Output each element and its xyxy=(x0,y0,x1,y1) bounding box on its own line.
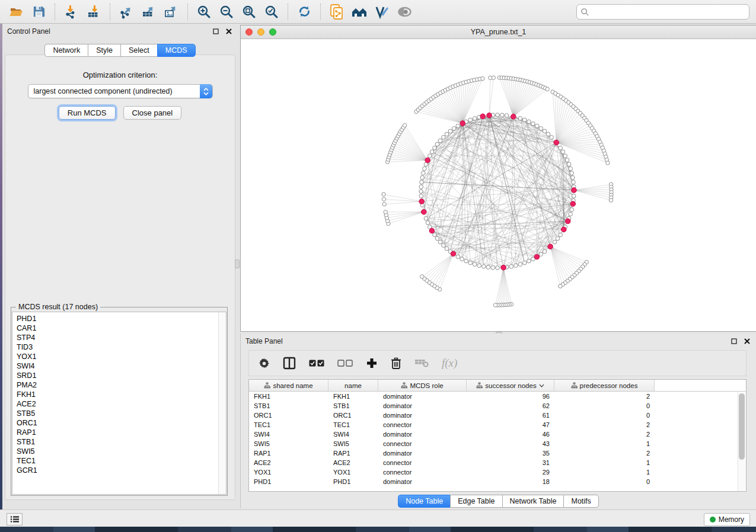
column-header-shared-name[interactable]: shared name xyxy=(249,380,328,391)
network-node[interactable] xyxy=(505,114,509,118)
show-columns-button[interactable] xyxy=(283,357,296,370)
run-mcds-button[interactable]: Run MCDS xyxy=(59,106,116,120)
mcds-node-item[interactable]: RAP1 xyxy=(12,428,226,437)
tab-mcds[interactable]: MCDS xyxy=(157,44,196,57)
network-node[interactable] xyxy=(561,150,565,154)
mcds-hub-node[interactable] xyxy=(421,209,426,214)
vizmapper-button[interactable] xyxy=(371,3,393,21)
tab-select[interactable]: Select xyxy=(120,44,157,57)
leaf-node[interactable] xyxy=(492,76,495,79)
network-node[interactable] xyxy=(433,146,437,150)
network-node[interactable] xyxy=(438,139,442,143)
deselect-all-button[interactable] xyxy=(337,360,353,367)
network-node[interactable] xyxy=(438,240,442,244)
network-node[interactable] xyxy=(435,236,439,241)
table-row[interactable]: SWI4SWI4dominator462 xyxy=(249,430,746,439)
network-node[interactable] xyxy=(481,265,486,269)
network-node[interactable] xyxy=(464,259,468,263)
network-node[interactable] xyxy=(426,221,430,225)
mcds-hub-node[interactable] xyxy=(460,121,465,126)
column-header-MCDS-role[interactable]: MCDS role xyxy=(378,380,467,391)
select-all-button[interactable] xyxy=(309,360,324,367)
delete-column-button[interactable] xyxy=(391,357,401,370)
network-node[interactable] xyxy=(570,208,574,212)
mcds-hub-node[interactable] xyxy=(572,188,577,193)
network-node[interactable] xyxy=(496,266,500,270)
network-node[interactable] xyxy=(486,265,490,270)
export-image-button[interactable] xyxy=(160,3,183,21)
table-row[interactable]: YOX1YOX1connector291 xyxy=(249,467,746,477)
network-node[interactable] xyxy=(456,255,460,259)
close-panel-icon[interactable] xyxy=(743,337,751,345)
export-table-button[interactable] xyxy=(138,3,160,21)
network-node[interactable] xyxy=(571,175,575,180)
open-session-button[interactable] xyxy=(5,3,27,21)
network-node[interactable] xyxy=(550,135,554,139)
mcds-list-scrollbar[interactable] xyxy=(218,312,226,494)
close-window-icon[interactable] xyxy=(245,28,253,36)
mcds-node-item[interactable]: FKH1 xyxy=(12,390,226,399)
network-node[interactable] xyxy=(424,216,428,220)
network-node[interactable] xyxy=(559,233,563,237)
mcds-node-item[interactable]: TEC1 xyxy=(12,456,226,466)
network-node[interactable] xyxy=(419,185,423,189)
network-node[interactable] xyxy=(572,194,576,198)
export-network-button[interactable] xyxy=(115,3,138,21)
show-hide-button[interactable] xyxy=(393,3,416,21)
mcds-hub-node[interactable] xyxy=(480,114,486,119)
network-node[interactable] xyxy=(543,249,547,254)
mcds-hub-node[interactable] xyxy=(425,158,430,163)
leaf-node[interactable] xyxy=(382,193,385,196)
mcds-node-item[interactable]: SWI4 xyxy=(12,361,226,371)
table-settings-button[interactable] xyxy=(259,358,270,369)
network-node[interactable] xyxy=(435,142,439,146)
tab-motifs[interactable]: Motifs xyxy=(563,495,598,508)
leaf-node[interactable] xyxy=(382,203,386,206)
vertical-splitter-handle[interactable] xyxy=(235,259,240,268)
network-node[interactable] xyxy=(539,252,543,257)
network-node[interactable] xyxy=(522,118,527,122)
network-node[interactable] xyxy=(535,124,539,128)
mcds-hub-node[interactable] xyxy=(548,244,553,249)
column-header-successor-nodes[interactable]: successor nodes xyxy=(467,380,554,391)
mcds-node-item[interactable]: TID3 xyxy=(12,342,226,352)
network-node[interactable] xyxy=(460,257,464,261)
leaf-node[interactable] xyxy=(609,198,613,202)
import-table-button[interactable] xyxy=(82,3,105,21)
mcds-node-item[interactable]: SRD1 xyxy=(12,371,226,380)
zoom-out-button[interactable] xyxy=(215,3,238,21)
refresh-button[interactable] xyxy=(293,3,315,21)
network-node[interactable] xyxy=(428,154,432,158)
leaf-node[interactable] xyxy=(493,303,497,307)
memory-button[interactable]: Memory xyxy=(704,513,750,526)
network-node[interactable] xyxy=(445,132,449,136)
mcds-node-item[interactable]: ACE2 xyxy=(12,399,226,409)
network-node[interactable] xyxy=(572,180,576,184)
network-node[interactable] xyxy=(456,124,460,128)
network-node[interactable] xyxy=(491,265,495,270)
mcds-node-item[interactable]: STB1 xyxy=(12,437,226,447)
mcds-node-item[interactable]: PHD1 xyxy=(12,314,226,323)
network-window-titlebar[interactable]: YPA_prune.txt_1 xyxy=(241,25,756,39)
home-networks-button[interactable] xyxy=(348,3,371,21)
table-row[interactable]: STB1STB1dominator620 xyxy=(249,401,746,411)
network-node[interactable] xyxy=(419,194,423,198)
network-node[interactable] xyxy=(509,265,513,269)
mcds-hub-node[interactable] xyxy=(554,140,559,145)
zoom-fit-button[interactable] xyxy=(238,3,260,21)
close-panel-icon[interactable] xyxy=(225,27,233,36)
network-node[interactable] xyxy=(441,243,445,248)
network-node[interactable] xyxy=(556,236,560,241)
network-node[interactable] xyxy=(441,135,445,139)
network-node[interactable] xyxy=(565,158,569,162)
table-row[interactable]: ORC1ORC1dominator610 xyxy=(249,411,746,420)
mcds-hub-node[interactable] xyxy=(570,201,576,207)
network-node[interactable] xyxy=(430,150,434,154)
mcds-hub-node[interactable] xyxy=(565,219,570,224)
network-node[interactable] xyxy=(445,246,449,251)
mcds-node-item[interactable]: ORC1 xyxy=(12,418,226,428)
mcds-node-item[interactable]: CAR1 xyxy=(12,323,226,333)
mcds-hub-node[interactable] xyxy=(562,227,567,232)
network-node[interactable] xyxy=(518,262,522,267)
mcds-node-item[interactable]: STB5 xyxy=(12,409,226,418)
